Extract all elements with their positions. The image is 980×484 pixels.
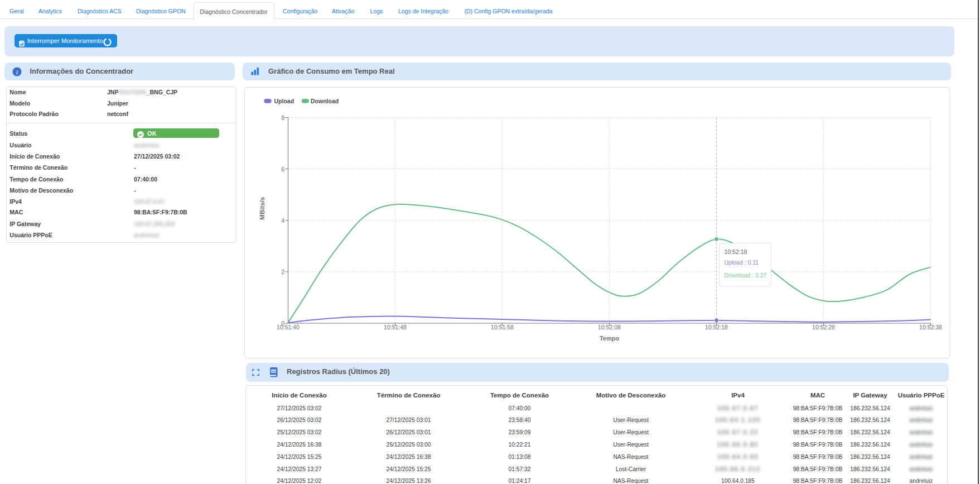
- svg-text:10:51:48: 10:51:48: [384, 324, 407, 330]
- svg-text:Download : 3.27: Download : 3.27: [724, 271, 766, 278]
- svg-text:6: 6: [281, 165, 284, 172]
- svg-text:MBits/s: MBits/s: [259, 197, 265, 219]
- svg-text:10:52:08: 10:52:08: [598, 324, 621, 330]
- svg-text:Download: Download: [311, 98, 339, 104]
- svg-text:2: 2: [281, 268, 284, 275]
- svg-text:10:52:18: 10:52:18: [705, 324, 728, 330]
- svg-text:Tempo: Tempo: [599, 335, 619, 342]
- svg-text:10:52:38: 10:52:38: [919, 324, 942, 330]
- svg-text:Upload : 0.11: Upload : 0.11: [724, 259, 759, 266]
- svg-text:10:51:58: 10:51:58: [491, 324, 514, 330]
- svg-text:10:52:28: 10:52:28: [812, 324, 835, 330]
- svg-text:8: 8: [281, 114, 284, 121]
- svg-text:4: 4: [281, 217, 284, 223]
- svg-text:10:52:18: 10:52:18: [724, 248, 747, 255]
- svg-text:Upload: Upload: [274, 98, 294, 104]
- svg-text:10:51:40: 10:51:40: [277, 324, 300, 330]
